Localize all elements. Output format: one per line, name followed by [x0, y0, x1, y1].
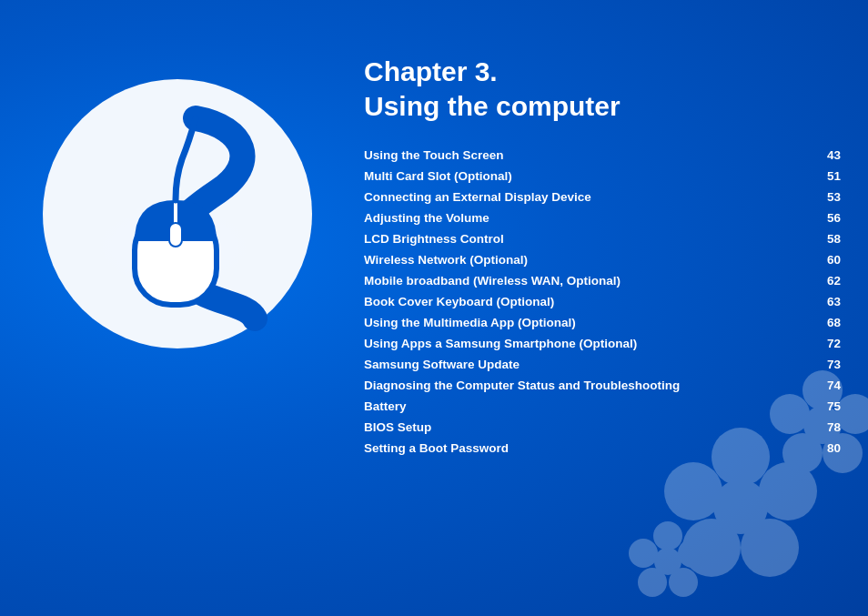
main-content: Chapter 3. Using the computer Using the … [364, 55, 841, 598]
toc-entry-label: Setting a Boot Password [364, 438, 804, 459]
toc-page-number: 73 [804, 354, 841, 375]
toc-row: Samsung Software Update73 [364, 354, 841, 375]
toc-row: Diagnosing the Computer Status and Troub… [364, 375, 841, 396]
toc-row: Using the Multimedia App (Optional)68 [364, 312, 841, 333]
toc-row: BIOS Setup78 [364, 417, 841, 438]
toc-row: LCD Brightness Control58 [364, 228, 841, 249]
toc-entry-label: Book Cover Keyboard (Optional) [364, 291, 804, 312]
toc-row: Mobile broadband (Wireless WAN, Optional… [364, 270, 841, 291]
toc-table: Using the Touch Screen43Multi Card Slot … [364, 145, 841, 459]
toc-page-number: 53 [804, 187, 841, 207]
toc-row: Battery75 [364, 396, 841, 417]
toc-entry-label: LCD Brightness Control [364, 228, 804, 249]
toc-entry-label: Battery [364, 396, 804, 417]
toc-page-number: 80 [804, 438, 841, 459]
toc-page-number: 56 [804, 207, 841, 228]
chapter-title: Chapter 3. Using the computer [364, 55, 841, 123]
toc-page-number: 68 [804, 312, 841, 333]
toc-row: Book Cover Keyboard (Optional)63 [364, 291, 841, 312]
toc-row: Setting a Boot Password80 [364, 438, 841, 459]
toc-entry-label: BIOS Setup [364, 417, 804, 438]
toc-entry-label: Multi Card Slot (Optional) [364, 166, 804, 187]
mouse-icon [36, 73, 318, 355]
toc-entry-label: Using the Touch Screen [364, 145, 804, 166]
toc-page-number: 60 [804, 249, 841, 270]
toc-page-number: 74 [804, 375, 841, 396]
toc-page-number: 75 [804, 396, 841, 417]
toc-page-number: 58 [804, 228, 841, 249]
toc-page-number: 51 [804, 166, 841, 187]
toc-row: Using the Touch Screen43 [364, 145, 841, 166]
toc-entry-label: Using Apps a Samsung Smartphone (Optiona… [364, 333, 804, 354]
toc-entry-label: Wireless Network (Optional) [364, 249, 804, 270]
toc-entry-label: Connecting an External Display Device [364, 187, 804, 207]
toc-entry-label: Mobile broadband (Wireless WAN, Optional… [364, 270, 804, 291]
toc-page-number: 62 [804, 270, 841, 291]
toc-entry-label: Samsung Software Update [364, 354, 804, 375]
toc-entry-label: Adjusting the Volume [364, 207, 804, 228]
toc-row: Multi Card Slot (Optional)51 [364, 166, 841, 187]
toc-page-number: 72 [804, 333, 841, 354]
toc-entry-label: Using the Multimedia App (Optional) [364, 312, 804, 333]
toc-page-number: 78 [804, 417, 841, 438]
toc-page-number: 63 [804, 291, 841, 312]
toc-row: Connecting an External Display Device53 [364, 187, 841, 207]
toc-entry-label: Diagnosing the Computer Status and Troub… [364, 375, 804, 396]
toc-row: Using Apps a Samsung Smartphone (Optiona… [364, 333, 841, 354]
toc-row: Adjusting the Volume56 [364, 207, 841, 228]
toc-row: Wireless Network (Optional)60 [364, 249, 841, 270]
toc-page-number: 43 [804, 145, 841, 166]
svg-rect-22 [169, 223, 182, 247]
